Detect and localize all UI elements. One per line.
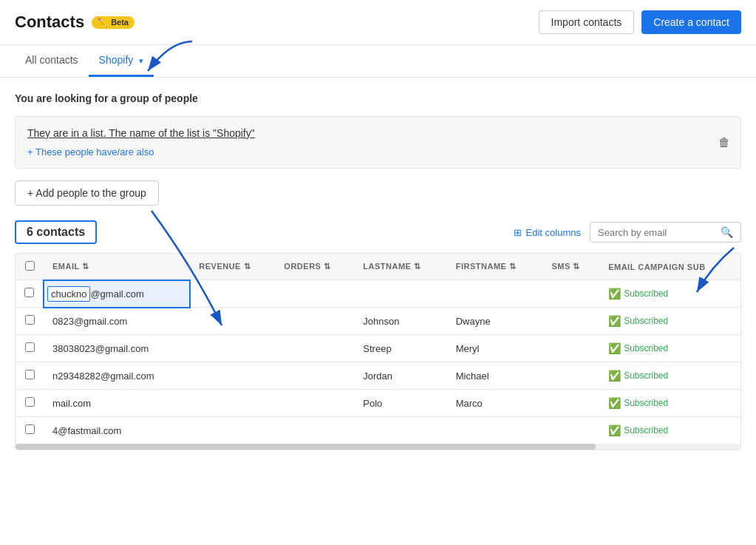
- row-checkbox-5[interactable]: [25, 424, 35, 434]
- beta-badge: ✏️ Beta: [92, 16, 134, 29]
- check-circle-icon: ✅: [608, 342, 621, 354]
- row-revenue: [190, 308, 275, 335]
- search-input[interactable]: [598, 227, 716, 238]
- table-body: chuckno@gmail.com✅ Subscribed0823@gmail.…: [16, 280, 740, 444]
- check-circle-icon: ✅: [608, 397, 621, 409]
- subscribed-badge: ✅ Subscribed: [608, 370, 668, 382]
- row-email[interactable]: chuckno@gmail.com: [44, 280, 190, 308]
- check-circle-icon: ✅: [608, 370, 621, 382]
- tab-shopify[interactable]: Shopify ▾: [89, 45, 154, 77]
- tab-all-contacts[interactable]: All contacts: [15, 45, 89, 77]
- row-campaign-sub: ✅ Subscribed: [599, 308, 740, 335]
- add-condition-link[interactable]: + These people have/are also: [27, 146, 729, 158]
- sort-icon-email: ⇅: [82, 262, 89, 271]
- row-email[interactable]: n29348282@gmail.com: [44, 362, 190, 390]
- row-checkbox-3[interactable]: [25, 370, 35, 379]
- subscribed-badge: ✅ Subscribed: [608, 288, 668, 299]
- row-orders: [275, 335, 354, 362]
- row-sms: [543, 362, 600, 390]
- row-lastname: Streep: [354, 335, 446, 362]
- contacts-table-wrapper: EMAIL ⇅ REVENUE ⇅ ORDERS ⇅ LASTNAME ⇅ FI…: [15, 253, 741, 450]
- row-firstname: Dwayne: [447, 308, 543, 335]
- row-campaign-sub: ✅ Subscribed: [599, 335, 740, 362]
- col-email-campaign[interactable]: EMAIL CAMPAIGN SUB: [599, 254, 740, 280]
- top-bar: Contacts ✏️ Beta Import contacts Create …: [0, 0, 756, 45]
- row-revenue: [190, 335, 275, 362]
- table-row: 38038023@gmail.comStreepMeryl✅ Subscribe…: [16, 335, 740, 362]
- row-checkbox-cell: [16, 390, 44, 417]
- create-contact-button[interactable]: Create a contact: [641, 10, 741, 34]
- table-row: 0823@gmail.comJohnsonDwayne✅ Subscribed: [16, 308, 740, 335]
- scroll-indicator[interactable]: [16, 444, 740, 450]
- pencil-icon: ✏️: [98, 18, 108, 27]
- row-orders: [275, 417, 354, 444]
- col-email[interactable]: EMAIL ⇅: [44, 254, 190, 280]
- sort-icon-orders: ⇅: [324, 262, 331, 271]
- row-sms: [543, 417, 600, 444]
- filter-box: They are in a list. The name of the list…: [15, 116, 741, 169]
- row-lastname: Jordan: [354, 362, 446, 390]
- row-orders: [275, 308, 354, 335]
- check-circle-icon: ✅: [608, 288, 621, 299]
- row-checkbox-cell: [16, 417, 44, 444]
- row-sms: [543, 308, 600, 335]
- import-contacts-button[interactable]: Import contacts: [539, 10, 635, 34]
- filter-condition-text[interactable]: They are in a list. The name of the list…: [27, 127, 255, 139]
- row-checkbox-cell: [16, 335, 44, 362]
- row-checkbox-cell: [16, 308, 44, 335]
- row-lastname: [354, 417, 446, 444]
- row-firstname: [447, 280, 543, 308]
- sort-icon-lastname: ⇅: [414, 262, 421, 271]
- row-lastname: [354, 280, 446, 308]
- edit-columns-button[interactable]: ⊞ Edit columns: [514, 227, 581, 238]
- row-email[interactable]: mail.com: [44, 390, 190, 417]
- row-email[interactable]: 38038023@gmail.com: [44, 335, 190, 362]
- subscribed-badge: ✅ Subscribed: [608, 342, 668, 354]
- add-people-button[interactable]: + Add people to the group: [15, 180, 159, 206]
- row-orders: [275, 362, 354, 390]
- row-campaign-sub: ✅ Subscribed: [599, 362, 740, 390]
- check-circle-icon: ✅: [608, 315, 621, 327]
- row-email[interactable]: 4@fastmail.com: [44, 417, 190, 444]
- contacts-count: 6 contacts: [15, 220, 97, 244]
- row-checkbox-1[interactable]: [25, 315, 35, 325]
- sort-icon-revenue: ⇅: [244, 262, 251, 271]
- row-campaign-sub: ✅ Subscribed: [599, 280, 740, 308]
- contacts-header-right: ⊞ Edit columns 🔍: [514, 222, 741, 243]
- col-orders[interactable]: ORDERS ⇅: [275, 254, 354, 280]
- row-firstname: Marco: [447, 390, 543, 417]
- row-checkbox-0[interactable]: [24, 288, 34, 297]
- row-firstname: Michael: [447, 362, 543, 390]
- row-revenue: [190, 280, 275, 308]
- contacts-header: 6 contacts ⊞ Edit columns 🔍: [15, 220, 741, 244]
- row-checkbox-cell: [16, 362, 44, 390]
- row-campaign-sub: ✅ Subscribed: [599, 417, 740, 444]
- table-icon: ⊞: [514, 227, 522, 238]
- row-checkbox-2[interactable]: [25, 342, 35, 352]
- row-revenue: [190, 362, 275, 390]
- row-orders: [275, 280, 354, 308]
- sort-icon-firstname: ⇅: [509, 262, 517, 271]
- search-icon: 🔍: [721, 226, 733, 238]
- scroll-thumb[interactable]: [16, 444, 596, 450]
- tabs: All contacts Shopify ▾: [0, 45, 756, 78]
- col-firstname[interactable]: FIRSTNAME ⇅: [447, 254, 543, 280]
- row-checkbox-4[interactable]: [25, 397, 35, 407]
- filter-condition: They are in a list. The name of the list…: [27, 127, 729, 139]
- subscribed-badge: ✅ Subscribed: [608, 397, 668, 409]
- col-sms[interactable]: SMS ⇅: [543, 254, 600, 280]
- row-email[interactable]: 0823@gmail.com: [44, 308, 190, 335]
- table-row: mail.comPoloMarco✅ Subscribed: [16, 390, 740, 417]
- top-bar-right: Import contacts Create a contact: [539, 10, 741, 34]
- table-row: chuckno@gmail.com✅ Subscribed: [16, 280, 740, 308]
- delete-filter-icon[interactable]: 🗑: [718, 136, 730, 149]
- col-revenue[interactable]: REVENUE ⇅: [190, 254, 275, 280]
- chevron-down-icon: ▾: [139, 56, 143, 65]
- table-row: 4@fastmail.com✅ Subscribed: [16, 417, 740, 444]
- add-people-wrapper: + Add people to the group: [15, 180, 159, 220]
- select-all-checkbox[interactable]: [25, 261, 35, 271]
- row-firstname: Meryl: [447, 335, 543, 362]
- col-lastname[interactable]: LASTNAME ⇅: [354, 254, 446, 280]
- sort-icon-sms: ⇅: [573, 262, 580, 271]
- row-lastname: Polo: [354, 390, 446, 417]
